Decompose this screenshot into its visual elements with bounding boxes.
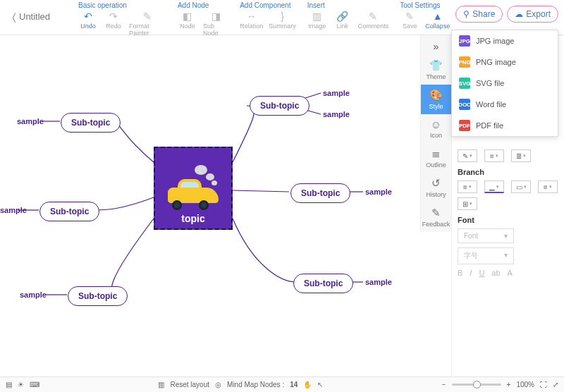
outline-icon: ≣ — [431, 147, 441, 160]
sample-leaf[interactable]: sample — [323, 89, 350, 97]
image-button[interactable]: ▥Image — [307, 11, 327, 30]
side-tab-strip: » 👕Theme 🎨Style ☺Icon ≣Outline ↺History … — [420, 35, 451, 232]
select-tool-icon[interactable]: ↖ — [317, 381, 323, 388]
center-topic-label: topic — [155, 213, 231, 224]
sample-leaf[interactable]: sample — [365, 278, 392, 286]
sample-leaf[interactable]: sample — [365, 188, 392, 196]
align-dropdown[interactable]: ≡▾ — [484, 149, 504, 162]
sample-leaf[interactable]: sample — [17, 117, 44, 125]
export-jpg[interactable]: JPGJPG image — [452, 30, 558, 51]
zoom-in-button[interactable]: + — [507, 381, 511, 388]
list-dropdown[interactable]: ≣▾ — [511, 149, 531, 162]
hand-tool-icon[interactable]: ✋ — [303, 381, 312, 388]
nodes-label: Mind Map Nodes : — [227, 381, 284, 388]
tab-history[interactable]: ↺History — [421, 173, 451, 202]
summary-button[interactable]: }Summary — [269, 11, 296, 30]
relation-button[interactable]: ↔Relation — [240, 11, 263, 30]
subtopic-node[interactable]: Sub-topic — [39, 202, 99, 221]
word-icon: DOC — [459, 99, 470, 110]
branch-shape[interactable]: ▭▾ — [511, 180, 531, 193]
font-section: Font — [458, 216, 558, 224]
export-dropdown: JPGJPG image PNGPNG image SVGSVG file DO… — [451, 30, 558, 137]
sample-leaf[interactable]: sample — [323, 110, 350, 118]
branch-underline[interactable]: ▁▾ — [484, 180, 504, 193]
brightness-icon[interactable]: ☀ — [18, 381, 24, 388]
comments-button[interactable]: ✎Comments — [358, 11, 389, 30]
branch-layout[interactable]: ⊞▾ — [458, 197, 477, 210]
collapse-icon: ▲ — [433, 11, 443, 22]
zoom-slider[interactable] — [452, 384, 501, 386]
subtopic-node[interactable]: Sub-topic — [61, 113, 121, 133]
bold-button[interactable]: B — [458, 269, 462, 277]
fontcolor-button[interactable]: A — [508, 269, 513, 277]
collapse-panel-icon[interactable]: » — [421, 38, 451, 55]
pdf-icon: PDF — [459, 120, 470, 131]
branch-align[interactable]: ≡▾ — [538, 180, 558, 193]
redo-button[interactable]: ↷Redo — [104, 11, 123, 37]
subnode-button[interactable]: ◨Sub Node — [203, 11, 228, 37]
group-addcomp: Add Component — [240, 1, 296, 9]
undo-icon: ↶ — [84, 11, 92, 22]
tab-style[interactable]: 🎨Style — [421, 85, 451, 114]
save-icon: ✎ — [405, 11, 414, 22]
format-painter-button[interactable]: ✎Format Painter — [129, 11, 166, 37]
car-clipart-icon — [165, 178, 221, 206]
group-toolset: Tool Settings — [400, 1, 450, 9]
zoom-out-button[interactable]: − — [442, 381, 446, 388]
underline-button[interactable]: U — [479, 269, 484, 277]
export-svg[interactable]: SVGSVG file — [452, 73, 558, 94]
zoom-value: 100% — [516, 381, 534, 388]
branch-color[interactable]: ≡▾ — [458, 180, 477, 193]
reset-layout-button[interactable]: Reset layout — [170, 381, 209, 388]
format-painter-icon: ✎ — [143, 11, 152, 22]
subtopic-node[interactable]: Sub-topic — [250, 96, 309, 116]
tab-icon[interactable]: ☺Icon — [421, 114, 451, 143]
subnode-icon: ◨ — [212, 11, 221, 22]
sample-leaf[interactable]: sample — [0, 206, 27, 214]
relation-icon: ↔ — [247, 11, 257, 22]
export-pdf[interactable]: PDFPDF file — [452, 115, 558, 136]
tab-feedback[interactable]: ✎Feedback — [421, 202, 451, 232]
export-button[interactable]: ☁Export — [507, 6, 558, 23]
share-icon: ⚲ — [463, 9, 470, 19]
save-button[interactable]: ✎Save — [400, 11, 419, 30]
export-icon: ☁ — [515, 9, 523, 19]
doc-title[interactable]: Untitled — [19, 1, 73, 22]
tab-outline[interactable]: ≣Outline — [421, 143, 451, 173]
link-button[interactable]: 🔗Link — [333, 11, 352, 30]
summary-icon: } — [281, 11, 284, 22]
style-icon: 🎨 — [429, 89, 443, 102]
status-bar: ▤ ☀ ⌨ ▥ Reset layout ◎ Mind Map Nodes : … — [0, 376, 564, 392]
share-button[interactable]: ⚲Share — [455, 6, 503, 23]
sample-leaf[interactable]: sample — [20, 290, 47, 299]
svg-icon: SVG — [459, 78, 470, 89]
subtopic-node[interactable]: Sub-topic — [290, 183, 350, 203]
group-addnode: Add Node — [178, 1, 228, 9]
node-icon: ◧ — [183, 11, 192, 22]
group-basic: Basic operation — [78, 1, 166, 9]
back-button[interactable]: 〈 — [6, 1, 19, 26]
italic-button[interactable]: I — [470, 269, 472, 277]
tab-theme[interactable]: 👕Theme — [421, 55, 451, 85]
export-png[interactable]: PNGPNG image — [452, 51, 558, 73]
subtopic-node[interactable]: Sub-topic — [293, 274, 353, 293]
subtopic-node[interactable]: Sub-topic — [68, 286, 128, 306]
center-topic-node[interactable]: topic — [154, 147, 233, 230]
presentation-icon[interactable]: ▤ — [6, 381, 12, 388]
undo-button[interactable]: ↶Undo — [78, 11, 98, 37]
fit-icon[interactable]: ⛶ — [540, 381, 547, 388]
collapse-button[interactable]: ▲Collapse — [425, 11, 450, 30]
node-button[interactable]: ◧Node — [178, 11, 197, 37]
font-select[interactable]: Font▾ — [458, 228, 514, 243]
history-icon: ↺ — [431, 177, 441, 190]
focus-icon[interactable]: ◎ — [215, 381, 221, 388]
strike-button[interactable]: ab — [491, 269, 500, 277]
keyboard-icon[interactable]: ⌨ — [30, 381, 39, 388]
layout-icon[interactable]: ▥ — [158, 381, 164, 388]
fontsize-select[interactable]: 字号▾ — [458, 247, 514, 264]
fullscreen-icon[interactable]: ⤢ — [553, 381, 558, 388]
nodes-count: 14 — [290, 381, 298, 388]
feedback-icon: ✎ — [431, 207, 441, 219]
export-word[interactable]: DOCWord file — [452, 94, 558, 115]
pencil-dropdown[interactable]: ✎▾ — [458, 149, 477, 162]
